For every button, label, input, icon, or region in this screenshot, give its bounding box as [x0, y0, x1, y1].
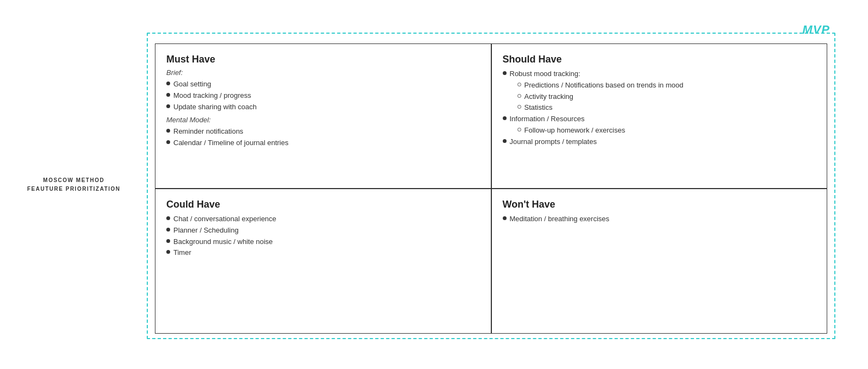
- sub-item-text: Statistics: [524, 102, 816, 114]
- list-item: Robust mood tracking: Predictions / Noti…: [503, 68, 816, 114]
- sub-item-text: Predictions / Notifications based on tre…: [524, 80, 816, 91]
- brief-list: Goal setting Mood tracking / progress Up…: [166, 79, 480, 112]
- quadrant-should-have: Should Have Robust mood tracking: Predic…: [491, 43, 828, 189]
- brief-label: Brief:: [166, 68, 480, 77]
- list-item: Calendar / Timeline of journal entries: [166, 137, 480, 149]
- circle-icon: [517, 128, 521, 132]
- list-item: Mood tracking / progress: [166, 90, 480, 102]
- item-text: Calendar / Timeline of journal entries: [173, 137, 480, 149]
- sub-list: Follow-up homework / exercises: [517, 125, 816, 136]
- could-list: Chat / conversational experience Planner…: [166, 214, 480, 259]
- wont-have-title: Won't Have: [503, 199, 816, 210]
- sub-list-item: Predictions / Notifications based on tre…: [517, 80, 816, 91]
- sub-list-item: Statistics: [517, 102, 816, 114]
- sub-list-item: Activity tracking: [517, 91, 816, 103]
- list-item: Planner / Scheduling: [166, 225, 480, 236]
- item-text: Goal setting: [173, 79, 480, 90]
- item-text: Meditation / breathing exercises: [510, 214, 816, 225]
- list-item: Chat / conversational experience: [166, 214, 480, 225]
- page-wrapper: MOSCOW METHOD FEAUTURE PRIORITIZATION MV…: [0, 0, 868, 369]
- sub-item-text: Activity tracking: [524, 91, 816, 103]
- should-list: Robust mood tracking: Predictions / Noti…: [503, 68, 816, 148]
- circle-icon: [517, 105, 521, 109]
- bullet-icon: [166, 239, 170, 243]
- list-item: Meditation / breathing exercises: [503, 214, 816, 225]
- sub-list: Predictions / Notifications based on tre…: [517, 80, 816, 114]
- sidebar-label: MOSCOW METHOD FEAUTURE PRIORITIZATION: [27, 176, 121, 193]
- item-text: Timer: [173, 247, 480, 259]
- moscow-grid: Must Have Brief: Goal setting Mood track…: [155, 43, 827, 334]
- circle-icon: [517, 83, 521, 86]
- sub-list-item: Follow-up homework / exercises: [517, 125, 816, 136]
- sidebar-line2: FEAUTURE PRIORITIZATION: [27, 185, 121, 193]
- mental-model-label: Mental Model:: [166, 116, 480, 124]
- should-have-title: Should Have: [503, 54, 816, 65]
- quadrant-could-have: Could Have Chat / conversational experie…: [155, 189, 491, 334]
- could-have-title: Could Have: [166, 199, 480, 210]
- list-item: Update sharing with coach: [166, 102, 480, 113]
- item-text: Update sharing with coach: [173, 102, 480, 113]
- sidebar-line1: MOSCOW METHOD: [27, 176, 121, 185]
- wont-list: Meditation / breathing exercises: [503, 214, 816, 225]
- list-item: Reminder notifications: [166, 126, 480, 137]
- list-item: Timer: [166, 247, 480, 259]
- bullet-icon: [166, 250, 170, 254]
- mvp-label: MVP: [802, 23, 830, 37]
- circle-icon: [517, 94, 521, 98]
- bullet-icon: [503, 71, 507, 75]
- list-item: Journal prompts / templates: [503, 136, 816, 148]
- bullet-icon: [166, 93, 170, 97]
- bullet-icon: [166, 82, 170, 85]
- sub-item-text: Follow-up homework / exercises: [524, 125, 816, 136]
- item-text: Reminder notifications: [173, 126, 480, 137]
- item-text: Planner / Scheduling: [173, 225, 480, 236]
- bullet-icon: [166, 104, 170, 108]
- bullet-icon: [503, 116, 507, 120]
- list-item: Background music / white noise: [166, 236, 480, 248]
- list-item: Information / Resources Follow-up homewo…: [503, 114, 816, 136]
- item-text: Background music / white noise: [173, 236, 480, 248]
- quadrant-must-have: Must Have Brief: Goal setting Mood track…: [155, 43, 491, 189]
- quadrant-wont-have: Won't Have Meditation / breathing exerci…: [491, 189, 828, 334]
- bullet-icon: [503, 139, 507, 143]
- bullet-icon: [166, 216, 170, 220]
- mental-model-list: Reminder notifications Calendar / Timeli…: [166, 126, 480, 149]
- item-text: Robust mood tracking: Predictions / Noti…: [510, 68, 816, 114]
- list-item: Goal setting: [166, 79, 480, 90]
- bullet-icon: [166, 129, 170, 133]
- bullet-icon: [503, 216, 507, 220]
- item-text: Journal prompts / templates: [510, 136, 816, 148]
- must-have-title: Must Have: [166, 54, 480, 65]
- bullet-icon: [166, 228, 170, 232]
- item-text: Information / Resources Follow-up homewo…: [510, 114, 816, 136]
- item-text: Chat / conversational experience: [173, 214, 480, 225]
- item-text: Mood tracking / progress: [173, 90, 480, 102]
- bullet-icon: [166, 140, 170, 144]
